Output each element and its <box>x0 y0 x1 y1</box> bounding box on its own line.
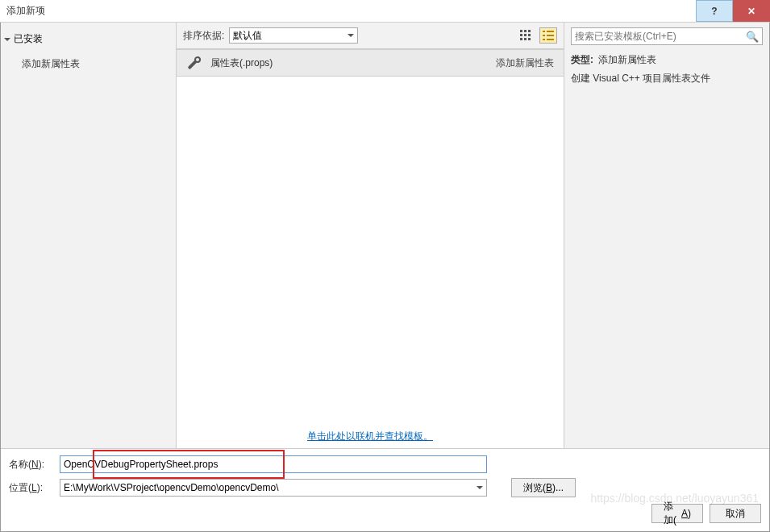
svg-rect-5 <box>528 34 531 36</box>
svg-rect-6 <box>520 38 522 40</box>
name-label: 名称(N): <box>9 458 53 472</box>
sort-row: 排序依据: 默认值 <box>177 23 564 49</box>
bottom-area: 名称(N): 位置(L): E:\MyWork\VSProject\opencv… <box>1 448 769 531</box>
template-category: 添加新属性表 <box>496 56 554 70</box>
description: 创建 Visual C++ 项目属性表文件 <box>571 72 763 85</box>
svg-rect-0 <box>520 30 522 32</box>
center-pane: 排序依据: 默认值 属性表(.props) 添加新属性表 <box>177 23 564 448</box>
svg-rect-12 <box>547 35 554 36</box>
sort-value: 默认值 <box>233 29 262 43</box>
chevron-down-icon <box>4 38 10 41</box>
title-controls: ? ✕ <box>696 0 770 22</box>
svg-rect-10 <box>547 31 554 32</box>
name-row: 名称(N): <box>9 455 761 473</box>
list-icon <box>543 30 554 41</box>
main-area: 已安装 添加新属性表 排序依据: 默认值 <box>1 23 769 448</box>
sort-combo[interactable]: 默认值 <box>229 27 358 44</box>
online-search-link[interactable]: 单击此处以联机并查找模板。 <box>177 430 564 443</box>
browse-button[interactable]: 浏览(B)... <box>511 478 576 497</box>
location-label: 位置(L): <box>9 481 53 495</box>
svg-rect-8 <box>528 38 531 40</box>
svg-rect-1 <box>524 30 527 32</box>
view-list-button[interactable] <box>539 27 557 44</box>
svg-rect-3 <box>520 34 522 36</box>
titlebar: 添加新项 ? ✕ <box>0 0 770 23</box>
svg-rect-2 <box>528 30 531 32</box>
sort-label: 排序依据: <box>183 29 224 43</box>
wrench-icon <box>186 55 202 71</box>
svg-rect-7 <box>524 38 527 40</box>
type-value: 添加新属性表 <box>598 53 656 67</box>
add-button[interactable]: 添加(A) <box>651 504 703 523</box>
chevron-down-icon <box>348 34 354 37</box>
search-input-wrap[interactable]: 🔍 <box>571 27 763 45</box>
left-pane: 已安装 添加新属性表 <box>1 23 177 448</box>
template-row[interactable]: 属性表(.props) 添加新属性表 <box>177 49 564 77</box>
search-icon[interactable]: 🔍 <box>746 31 759 43</box>
view-medium-icons-button[interactable] <box>517 27 535 44</box>
svg-rect-14 <box>547 39 554 40</box>
window-title: 添加新项 <box>6 4 45 18</box>
close-button[interactable]: ✕ <box>733 0 770 22</box>
svg-rect-11 <box>543 35 545 36</box>
type-label: 类型: <box>571 53 593 67</box>
chevron-down-icon <box>477 486 483 489</box>
search-input[interactable] <box>575 31 746 42</box>
template-name: 属性表(.props) <box>210 56 273 70</box>
name-input[interactable] <box>60 455 487 473</box>
right-pane: 🔍 类型: 添加新属性表 创建 Visual C++ 项目属性表文件 <box>564 23 769 448</box>
location-value: E:\MyWork\VSProject\opencvDemo\opencvDem… <box>64 482 279 493</box>
installed-label: 已安装 <box>14 32 43 46</box>
location-row: 位置(L): E:\MyWork\VSProject\opencvDemo\op… <box>9 478 761 497</box>
location-combo[interactable]: E:\MyWork\VSProject\opencvDemo\opencvDem… <box>60 479 487 497</box>
dialog-buttons: 添加(A) 取消 <box>9 504 761 523</box>
dialog-body: 已安装 添加新属性表 排序依据: 默认值 <box>0 23 770 532</box>
svg-rect-13 <box>543 39 545 40</box>
cancel-button[interactable]: 取消 <box>710 504 761 523</box>
grid-icon <box>520 30 531 41</box>
svg-rect-4 <box>524 34 527 36</box>
sidebar-item-add-property-sheet[interactable]: 添加新属性表 <box>4 54 173 74</box>
help-button[interactable]: ? <box>696 0 733 22</box>
type-line: 类型: 添加新属性表 <box>571 53 763 67</box>
templates-list: 属性表(.props) 添加新属性表 单击此处以联机并查找模板。 <box>177 49 564 448</box>
installed-header[interactable]: 已安装 <box>4 29 173 49</box>
svg-rect-9 <box>543 31 545 32</box>
